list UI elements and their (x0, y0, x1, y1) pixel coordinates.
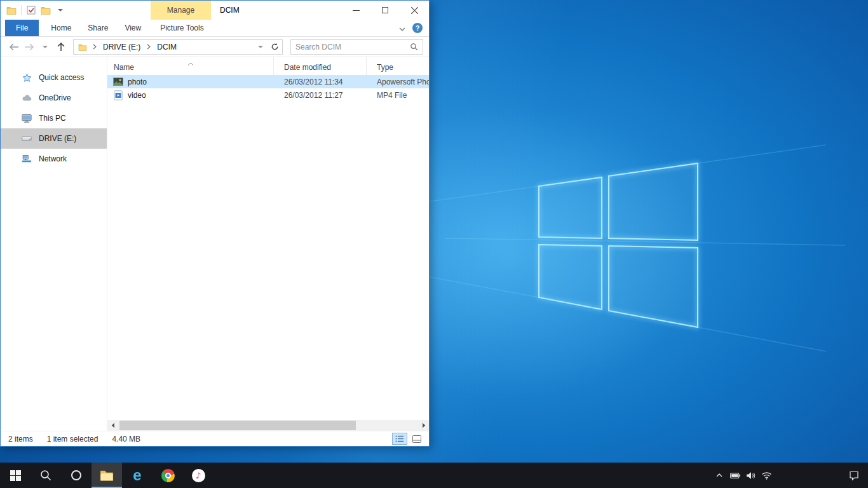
scrollbar-track[interactable] (118, 420, 418, 431)
file-explorer-window: Manage DCIM File Home Share View Pictu (0, 0, 430, 447)
ie-icon: e (133, 468, 141, 483)
window-title: DCIM (220, 1, 240, 20)
navigation-pane: Quick access OneDrive This PC (1, 57, 107, 431)
sidebar-item-label: OneDrive (39, 93, 71, 102)
recent-locations-button[interactable] (38, 40, 52, 54)
sidebar-item-this-pc[interactable]: This PC (1, 108, 107, 128)
address-dropdown-button[interactable] (254, 40, 267, 54)
file-date-modified: 26/03/2012 11:27 (274, 91, 367, 100)
scrollbar-thumb[interactable] (119, 421, 356, 430)
drive-icon (22, 133, 32, 144)
scroll-left-arrow-icon[interactable] (107, 420, 118, 431)
cortana-icon (71, 470, 81, 480)
ribbon-tab-bar: File Home Share View Picture Tools ? (1, 20, 429, 37)
chrome-button[interactable] (153, 463, 183, 488)
wifi-icon[interactable] (759, 463, 775, 488)
breadcrumb-chevron-icon (145, 44, 153, 50)
sidebar-item-label: This PC (39, 114, 66, 123)
large-icons-view-icon (412, 435, 421, 443)
file-row-video[interactable]: video 26/03/2012 11:27 MP4 File (107, 88, 429, 102)
caption-buttons (341, 1, 429, 20)
network-icon (22, 154, 32, 164)
column-header-type[interactable]: Type (367, 57, 429, 75)
status-bar: 2 items 1 item selected 4.40 MB (1, 431, 429, 446)
scroll-right-arrow-icon[interactable] (418, 420, 429, 431)
file-rows: photo 26/03/2012 11:34 Apowersoft Pho vi… (107, 75, 429, 420)
file-name: photo (128, 78, 147, 86)
column-headers: Name Date modified Type (107, 57, 429, 75)
speaker-icon[interactable] (743, 463, 759, 488)
maximize-icon (382, 7, 388, 13)
horizontal-scrollbar[interactable] (107, 420, 429, 431)
explorer-main: Quick access OneDrive This PC (1, 57, 429, 431)
tray-spacer (775, 463, 846, 488)
taskbar-search-button[interactable] (31, 463, 61, 488)
breadcrumb-dcim[interactable]: DCIM (156, 43, 178, 51)
folder-icon[interactable] (6, 5, 17, 15)
sidebar-item-quick-access[interactable]: Quick access (1, 67, 107, 88)
help-icon[interactable]: ? (412, 23, 423, 33)
hidden-icons-chevron-icon[interactable] (711, 463, 727, 488)
customize-toolbar-chevron-icon[interactable] (55, 5, 65, 15)
refresh-button[interactable] (267, 40, 282, 54)
back-arrow-icon (8, 43, 19, 51)
cortana-button[interactable] (61, 463, 92, 488)
taskbar: e ♪ (0, 463, 868, 488)
file-row-photo[interactable]: photo 26/03/2012 11:34 Apowersoft Pho (107, 75, 429, 88)
action-center-icon[interactable] (846, 463, 862, 488)
itunes-button[interactable]: ♪ (183, 463, 214, 488)
tab-home[interactable]: Home (43, 20, 79, 36)
column-header-date-modified[interactable]: Date modified (274, 57, 367, 75)
internet-explorer-button[interactable]: e (122, 463, 153, 488)
refresh-icon (271, 43, 279, 51)
ribbon-right-controls: ? (399, 20, 429, 36)
cloud-icon (22, 93, 32, 103)
battery-icon[interactable] (727, 463, 743, 488)
title-bar[interactable]: Manage DCIM (1, 1, 429, 20)
selection-size: 4.40 MB (112, 435, 154, 444)
folder-icon (100, 470, 114, 481)
properties-check-icon[interactable] (26, 5, 36, 15)
search-icon (40, 470, 51, 481)
search-icon[interactable] (410, 43, 418, 51)
location-folder-icon (78, 42, 88, 52)
sidebar-item-label: Network (39, 154, 67, 163)
breadcrumb-drive[interactable]: DRIVE (E:) (102, 43, 142, 51)
sidebar-item-label: Quick access (39, 73, 84, 82)
search-box[interactable] (290, 39, 423, 55)
search-input[interactable] (295, 43, 410, 51)
minimize-button[interactable] (341, 1, 370, 20)
tab-share[interactable]: Share (79, 20, 116, 36)
file-type: MP4 File (367, 91, 429, 100)
tab-view[interactable]: View (116, 20, 149, 36)
taskbar-file-explorer-button[interactable] (92, 463, 122, 488)
video-file-icon (113, 90, 123, 100)
file-list-area: Name Date modified Type (107, 57, 429, 431)
sidebar-item-onedrive[interactable]: OneDrive (1, 88, 107, 108)
column-header-name[interactable]: Name (107, 57, 274, 75)
picture-tools-manage-header: Manage (151, 1, 211, 20)
large-icons-view-button[interactable] (409, 433, 424, 445)
sort-ascending-icon (187, 58, 194, 67)
breadcrumb-chevron-icon (91, 44, 98, 50)
maximize-button[interactable] (370, 1, 400, 20)
details-view-button[interactable] (392, 433, 407, 445)
expand-ribbon-chevron-icon[interactable] (399, 22, 405, 34)
star-icon (22, 72, 32, 83)
start-button[interactable] (0, 463, 31, 488)
tab-picture-tools[interactable]: Picture Tools (152, 20, 212, 36)
sidebar-item-network[interactable]: Network (1, 149, 107, 169)
forward-button[interactable] (22, 40, 36, 54)
photo-file-icon (113, 77, 123, 87)
back-button[interactable] (6, 40, 20, 54)
tab-file[interactable]: File (5, 20, 39, 36)
up-arrow-icon (57, 42, 65, 51)
up-button[interactable] (54, 40, 68, 54)
address-box[interactable]: DRIVE (E:) DCIM (73, 39, 283, 55)
new-folder-icon[interactable] (41, 5, 51, 15)
close-button[interactable] (400, 1, 429, 20)
column-header-label: Date modified (284, 63, 331, 72)
sidebar-item-drive-e[interactable]: DRIVE (E:) (1, 128, 107, 149)
manage-label: Manage (167, 6, 194, 15)
details-view-icon (395, 435, 404, 442)
